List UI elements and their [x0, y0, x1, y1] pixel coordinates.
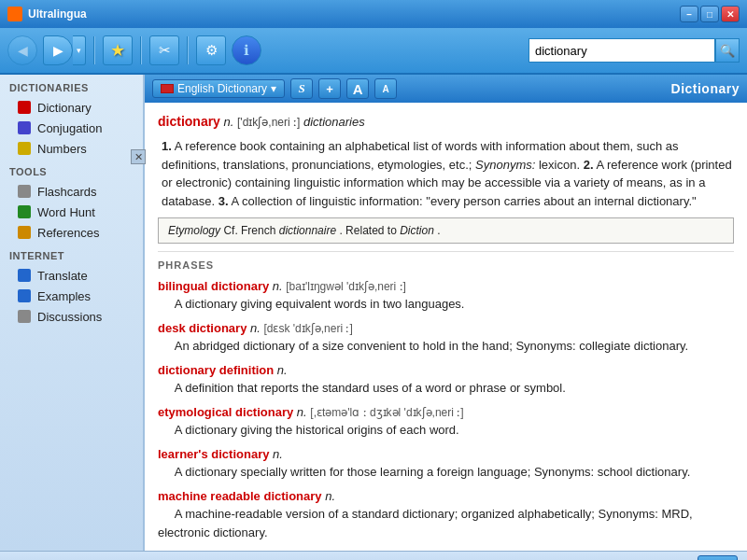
sidebar-label-wordhunt: Word Hunt: [37, 205, 95, 219]
sidebar-item-numbers[interactable]: Numbers: [0, 138, 143, 159]
sidebar-label-translate: Translate: [37, 269, 88, 283]
def3-number: 3.: [218, 194, 229, 208]
close-button[interactable]: ✕: [721, 6, 740, 22]
phrases-container: bilingual dictionary n. [baɪ'lɪŋgwəl 'dɪ…: [158, 277, 734, 552]
sidebar-label-discussions: Discussions: [37, 310, 102, 324]
forward-icon: ▶: [53, 43, 63, 58]
sidebar-item-dictionary[interactable]: Dictionary: [0, 97, 143, 118]
phrase-word: desk dictionary: [158, 321, 247, 335]
definitions: 1. A reference book containing an alphab…: [162, 137, 734, 210]
sidebar-item-references[interactable]: References: [0, 222, 143, 243]
phrase-def: A dictionary specially written for those…: [162, 465, 690, 479]
sidebar-close-button[interactable]: ✕: [131, 149, 146, 164]
search-button[interactable]: 🔍: [715, 38, 740, 63]
phrase-pos: n.: [261, 549, 272, 551]
font-smaller-button[interactable]: A: [374, 78, 397, 99]
dictionary-selector[interactable]: English Dictionary ▾: [152, 79, 285, 98]
phrase-pron: [,ɛtəmə'lɑ ː dʒɪkəl 'dɪkʃə,neri ː]: [310, 406, 463, 419]
phrase-entry: desk dictionary n. [dɛsk 'dɪkʃə,neri ː] …: [158, 319, 734, 356]
maximize-button[interactable]: □: [700, 6, 719, 22]
def1-syn: lexicon.: [539, 158, 580, 172]
content-title: Dictionary: [671, 81, 740, 96]
sidebar-label-references: References: [37, 226, 99, 240]
phrase-entry: bilingual dictionary n. [baɪ'lɪŋgwəl 'dɪ…: [158, 277, 734, 314]
etymology-period: .: [437, 224, 440, 237]
main-entry-plural: dictionaries: [303, 115, 365, 129]
phrase-pos: n.: [277, 363, 288, 377]
sidebar-label-dictionary: Dictionary: [37, 101, 92, 115]
phrase-entry: pocket dictionary n.: [158, 547, 734, 551]
minimize-button[interactable]: –: [680, 6, 698, 22]
sidebar-item-conjugation[interactable]: Conjugation: [0, 118, 143, 138]
etymology-cf: Cf. French: [223, 224, 275, 237]
main-entry-pos: n.: [224, 115, 234, 129]
back-button[interactable]: ◀: [7, 35, 37, 65]
titlebar: Ultralingua – □ ✕: [0, 0, 747, 28]
dropdown-arrow-icon: ▾: [271, 82, 276, 95]
phrase-def: A dictionary giving the historical origi…: [162, 423, 459, 437]
def2-number: 2.: [584, 158, 594, 172]
etymology-box: Etymology Cf. French dictionnaire . Rela…: [158, 217, 734, 244]
etymology-fr-word: dictionnaire: [279, 224, 336, 237]
wordhunt-icon: [17, 204, 32, 219]
statusbar: Hotkey: F4 This dictionary has 7 days re…: [0, 551, 747, 560]
home-button[interactable]: ★: [103, 35, 133, 65]
phrase-def: A dictionary giving equivalent words in …: [162, 297, 464, 311]
sidebar-label-numbers: Numbers: [37, 142, 87, 156]
phrase-pos: n.: [273, 279, 283, 293]
references-icon: [17, 225, 32, 240]
main-area: ✕ DICTIONARIES Dictionary Conjugation Nu…: [0, 75, 747, 551]
def1-syn-label: Synonyms:: [475, 158, 535, 172]
sidebar-item-flashcards[interactable]: Flashcards: [0, 181, 143, 202]
font-larger-button[interactable]: A: [346, 78, 369, 99]
add-button[interactable]: +: [318, 78, 341, 99]
sidebar-label-conjugation: Conjugation: [37, 121, 102, 135]
forward-button[interactable]: ▶: [43, 35, 73, 65]
phrase-word: machine readable dictionary: [158, 489, 322, 503]
discussions-icon: [17, 309, 32, 324]
phrase-word: learner's dictionary: [158, 447, 269, 461]
separator-2: [140, 36, 142, 64]
def1-number: 1.: [162, 139, 172, 153]
content-body[interactable]: dictionary n. ['dɪkʃə,neri ː] dictionari…: [145, 103, 747, 551]
phrase-def: A definition that reports the standard u…: [162, 381, 566, 395]
phrase-pos: n.: [325, 489, 335, 503]
etymology-label: Etymology: [168, 224, 220, 237]
examples-icon: [17, 288, 32, 303]
phrase-pron: [baɪ'lɪŋgwəl 'dɪkʃə,neri ː]: [286, 280, 406, 293]
main-entry: dictionary n. ['dɪkʃə,neri ː] dictionari…: [158, 112, 734, 132]
phrase-def: An abridged dictionary of a size conveni…: [162, 339, 688, 353]
flashcards-icon: [17, 184, 32, 199]
sidebar-label-flashcards: Flashcards: [37, 185, 97, 199]
sidebar-item-wordhunt[interactable]: Word Hunt: [0, 202, 143, 222]
status-right: This dictionary has 7 days remaining. Bu…: [505, 555, 738, 561]
dictionary-selector-label: English Dictionary: [177, 82, 267, 95]
gear-button[interactable]: ⚙: [196, 35, 226, 65]
sidebar-item-examples[interactable]: Examples: [0, 286, 143, 306]
phrase-word: pocket dictionary: [158, 549, 259, 551]
app-title: Ultralingua: [28, 7, 680, 21]
etymology-diction: Diction: [400, 224, 434, 237]
sidebar-item-discussions[interactable]: Discussions: [0, 306, 143, 327]
main-entry-word: dictionary: [158, 114, 220, 129]
info-button[interactable]: ℹ: [232, 35, 261, 65]
phrase-entry: etymological dictionary n. [,ɛtəmə'lɑ ː …: [158, 403, 734, 440]
phrase-pron: [dɛsk 'dɪkʃə,neri ː]: [263, 322, 352, 335]
tools-section-header: TOOLS: [0, 159, 143, 181]
back-icon: ◀: [18, 43, 28, 58]
phrase-entry: learner's dictionary n. A dictionary spe…: [158, 445, 734, 482]
phrase-pos: n.: [273, 447, 283, 461]
phrase-word: etymological dictionary: [158, 405, 293, 419]
phrase-word: bilingual dictionary: [158, 279, 269, 293]
forward-dropdown[interactable]: ▾: [73, 35, 86, 65]
search-input[interactable]: [529, 38, 715, 63]
scissors-button[interactable]: ✂: [149, 35, 179, 65]
dictionaries-section-header: DICTIONARIES: [0, 75, 143, 97]
phrase-word: dictionary definition: [158, 363, 274, 377]
buy-button[interactable]: Buy: [698, 555, 738, 561]
spellcheck-button[interactable]: S: [290, 78, 313, 99]
dictionary-icon: [17, 100, 32, 115]
sidebar-label-examples: Examples: [37, 289, 91, 303]
sidebar-item-translate[interactable]: Translate: [0, 265, 143, 286]
app-icon: [7, 7, 22, 21]
